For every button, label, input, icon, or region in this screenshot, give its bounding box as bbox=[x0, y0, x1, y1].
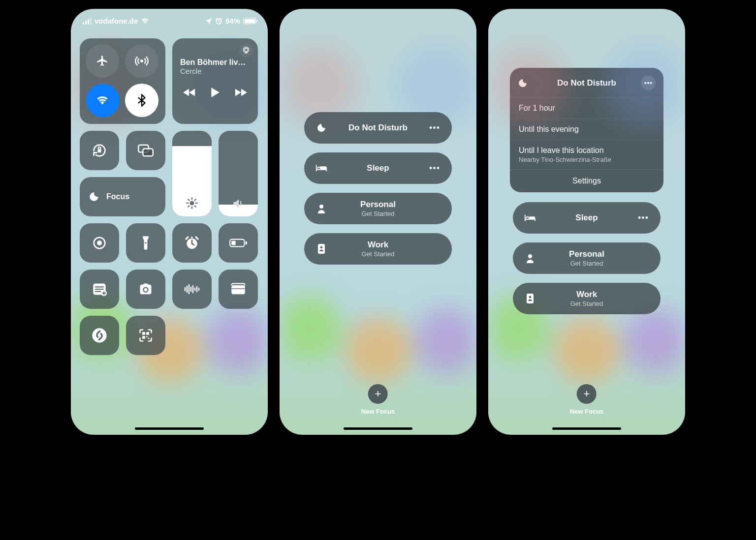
media-module[interactable]: Ben Böhmer liv… Cercle bbox=[172, 38, 258, 124]
battery-icon bbox=[243, 18, 256, 24]
svg-point-28 bbox=[319, 205, 323, 209]
location-icon bbox=[205, 18, 212, 25]
airplay-icon[interactable] bbox=[239, 43, 253, 57]
svg-rect-4 bbox=[97, 149, 101, 152]
camera-button[interactable] bbox=[126, 270, 165, 309]
carrier-label: vodafone.de bbox=[94, 17, 138, 25]
svg-rect-26 bbox=[148, 338, 150, 339]
get-started-label: Get Started bbox=[328, 210, 428, 217]
svg-rect-24 bbox=[142, 336, 145, 339]
new-focus-button[interactable]: + New Focus bbox=[570, 384, 604, 415]
connectivity-module[interactable] bbox=[80, 38, 165, 124]
svg-point-3 bbox=[245, 48, 248, 51]
brightness-slider[interactable] bbox=[172, 131, 212, 216]
svg-rect-22 bbox=[142, 332, 145, 335]
dnd-location-subtitle: Nearby Tino-Schwierzina-Straße bbox=[519, 156, 655, 163]
focus-personal-label: Personal bbox=[328, 200, 428, 210]
svg-rect-27 bbox=[320, 167, 326, 170]
cellular-signal-icon bbox=[83, 18, 92, 25]
svg-point-1 bbox=[141, 60, 143, 62]
svg-rect-29 bbox=[318, 244, 325, 254]
media-subtitle: Cercle bbox=[180, 67, 250, 75]
focus-item-work[interactable]: WorkGet Started ••• bbox=[304, 233, 452, 265]
focus-item-sleep[interactable]: Sleep ••• bbox=[513, 202, 661, 234]
screen-mirroring-button[interactable] bbox=[126, 131, 165, 170]
home-indicator[interactable] bbox=[344, 427, 412, 430]
svg-point-19 bbox=[144, 288, 148, 292]
focus-item-dnd[interactable]: Do Not Disturb ••• bbox=[304, 112, 452, 144]
bed-icon bbox=[315, 164, 328, 173]
status-bar: vodafone.de 94% bbox=[71, 17, 268, 25]
cellular-data-toggle[interactable] bbox=[125, 44, 158, 78]
svg-rect-14 bbox=[246, 241, 247, 244]
more-icon[interactable]: ••• bbox=[428, 123, 441, 133]
badge-icon bbox=[524, 293, 536, 304]
play-icon[interactable] bbox=[210, 87, 220, 98]
svg-rect-20 bbox=[231, 285, 245, 294]
svg-point-32 bbox=[528, 254, 532, 258]
notes-button[interactable] bbox=[80, 270, 119, 309]
focus-item-sleep[interactable]: Sleep ••• bbox=[304, 152, 452, 184]
home-indicator[interactable] bbox=[135, 427, 204, 430]
focus-item-personal[interactable]: PersonalGet Started ••• bbox=[304, 193, 452, 224]
screen-record-button[interactable] bbox=[80, 223, 119, 263]
svg-point-12 bbox=[191, 237, 192, 238]
svg-point-10 bbox=[145, 242, 146, 243]
svg-rect-15 bbox=[231, 241, 235, 245]
focus-item-personal[interactable]: PersonalGet Started ••• bbox=[513, 242, 661, 274]
next-track-icon[interactable] bbox=[234, 88, 247, 97]
volume-slider[interactable] bbox=[219, 131, 258, 216]
orientation-lock-toggle[interactable] bbox=[80, 131, 119, 170]
moon-icon bbox=[315, 123, 328, 133]
focus-button[interactable]: Focus bbox=[80, 177, 165, 216]
svg-point-9 bbox=[97, 240, 102, 245]
wallet-button[interactable] bbox=[219, 270, 258, 309]
plus-icon: + bbox=[368, 384, 388, 404]
battery-percent: 94% bbox=[225, 17, 240, 25]
svg-point-7 bbox=[190, 201, 194, 206]
flashlight-button[interactable] bbox=[126, 223, 165, 263]
focus-work-label: Work bbox=[536, 290, 637, 300]
bed-icon bbox=[524, 213, 536, 222]
get-started-label: Get Started bbox=[536, 300, 637, 307]
more-icon[interactable]: ••• bbox=[637, 213, 650, 223]
wifi-toggle[interactable] bbox=[86, 84, 119, 117]
svg-rect-23 bbox=[146, 332, 149, 335]
badge-icon bbox=[315, 243, 328, 254]
person-icon bbox=[315, 204, 328, 213]
phone-dnd-expanded: Do Not Disturb ••• For 1 hour Until this… bbox=[488, 9, 685, 435]
focus-label: Focus bbox=[106, 192, 129, 201]
alarm-button[interactable] bbox=[172, 223, 212, 263]
low-power-mode-button[interactable] bbox=[219, 223, 258, 263]
focus-item-work[interactable]: WorkGet Started ••• bbox=[513, 283, 661, 314]
alarm-icon bbox=[215, 17, 222, 25]
svg-point-30 bbox=[320, 246, 323, 249]
new-focus-button[interactable]: + New Focus bbox=[361, 384, 395, 415]
plus-icon: + bbox=[577, 384, 597, 404]
qr-scan-button[interactable] bbox=[126, 316, 165, 355]
focus-dnd-label: Do Not Disturb bbox=[328, 123, 428, 133]
previous-track-icon[interactable] bbox=[183, 88, 196, 97]
bluetooth-toggle[interactable] bbox=[125, 84, 158, 117]
focus-sleep-label: Sleep bbox=[328, 163, 428, 173]
get-started-label: Get Started bbox=[328, 250, 428, 258]
home-indicator[interactable] bbox=[552, 427, 621, 430]
media-title: Ben Böhmer liv… bbox=[180, 58, 250, 67]
wifi-icon bbox=[141, 18, 149, 24]
new-focus-label: New Focus bbox=[570, 408, 604, 415]
new-focus-label: New Focus bbox=[361, 408, 395, 415]
shazam-button[interactable] bbox=[80, 316, 119, 355]
focus-sleep-label: Sleep bbox=[536, 213, 637, 223]
get-started-label: Get Started bbox=[536, 260, 637, 267]
svg-rect-25 bbox=[146, 336, 148, 337]
brightness-icon bbox=[186, 197, 198, 210]
airplane-mode-toggle[interactable] bbox=[86, 44, 119, 78]
svg-rect-6 bbox=[143, 149, 153, 156]
svg-point-34 bbox=[529, 296, 532, 299]
svg-rect-33 bbox=[527, 294, 534, 303]
more-icon[interactable]: ••• bbox=[428, 163, 441, 174]
person-icon bbox=[524, 253, 536, 263]
phone-control-center: vodafone.de 94% bbox=[71, 9, 268, 435]
voice-memo-button[interactable] bbox=[172, 270, 212, 309]
focus-personal-label: Personal bbox=[536, 249, 637, 259]
